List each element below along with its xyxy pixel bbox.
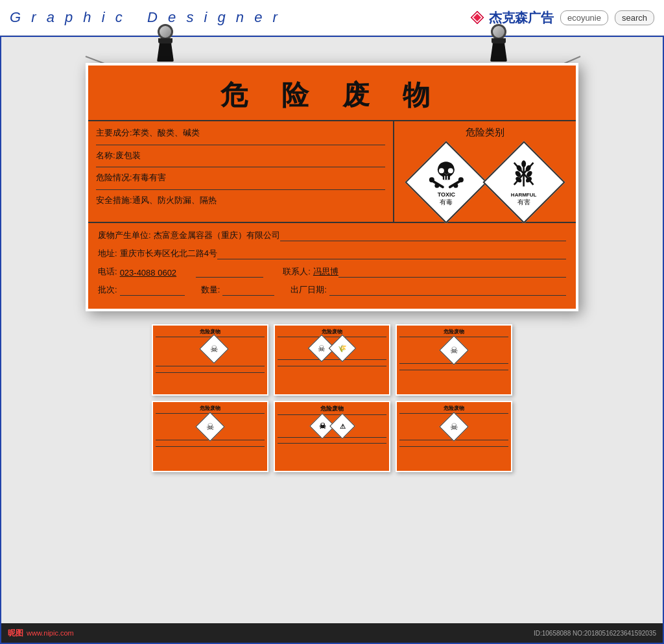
harmful-wheat-icon (508, 158, 540, 189)
thumb-title-5: 危险废物 (278, 405, 386, 415)
svg-point-15 (434, 184, 439, 188)
toxic-label-cn: 有毒 (428, 198, 464, 207)
search-button[interactable]: search (615, 10, 654, 25)
phone-contact-line: 电话: 023-4088 0602 联系人: 冯思博 (98, 266, 566, 278)
poster-bottom: 废物产生单位: 杰富意金属容器（重庆）有限公司 地址: 重庆市长寿区化北二路4号… (88, 223, 576, 309)
address-line: 地址: 重庆市长寿区化北二路4号 (98, 248, 566, 259)
thumbnail-4: 危险废物 ☠ (152, 401, 268, 472)
left-clip (157, 24, 174, 62)
thumbnail-6: 危险废物 ☠ (396, 401, 512, 472)
waste-unit-line: 废物产生单位: 杰富意金属容器（重庆）有限公司 (98, 230, 566, 241)
main-poster: 危 险 废 物 主要成分:苯类、酸类、碱类 名称:废包装 危险情况:有毒有害 (86, 63, 578, 311)
svg-point-18 (521, 160, 526, 167)
graphic-designer-title: G r a p h i c D e s i g n e r (10, 9, 281, 26)
toxic-symbol: TOXIC 有毒 (412, 149, 480, 217)
poster-left-column: 主要成分:苯类、酸类、碱类 名称:废包装 危险情况:有毒有害 安全措施:通风、防… (88, 121, 394, 222)
danger-status-line: 危险情况:有毒有害 (96, 171, 385, 184)
harmful-label-cn: 有害 (508, 198, 540, 207)
batch-quantity-date-line: 批次: 数量: 出厂日期: (98, 284, 566, 296)
thumbnail-2: 危险废物 ☠ 🌾 (274, 324, 390, 396)
right-clip (490, 24, 507, 62)
thumbnail-1: 危险废物 ☠ (152, 324, 268, 396)
skull-crossbones-icon (428, 158, 464, 189)
main-content: 危 险 废 物 主要成分:苯类、酸类、碱类 名称:废包装 危险情况:有毒有害 (0, 36, 664, 644)
toxic-label-en: TOXIC (428, 191, 464, 198)
harmful-symbol: HARMFUL 有害 (490, 149, 558, 217)
svg-rect-8 (442, 176, 449, 180)
ecoyunie-label: ecoyunie (560, 10, 608, 25)
thumbnail-grid: 危险废物 ☠ 危险废物 ☠ (152, 324, 512, 472)
svg-point-13 (429, 177, 434, 182)
brand-logo: 杰克森广告 (469, 9, 554, 27)
thumbnail-5: 危险废物 ☠ ⚠ (274, 401, 390, 472)
header: G r a p h i c D e s i g n e r 杰克森广告 ecoy… (0, 0, 664, 36)
bottom-bar: 昵图 www.nipic.com ID:10658088 NO:20180516… (1, 623, 663, 643)
nipic-url: www.nipic.com (27, 629, 74, 637)
poster-title-row: 危 险 废 物 (88, 66, 576, 121)
thumb-title-2: 危险废物 (278, 328, 386, 337)
image-id: ID:10658088 NO:20180516223641592035 (534, 630, 656, 637)
danger-category-title: 危险类别 (466, 126, 504, 139)
poster-body: 主要成分:苯类、酸类、碱类 名称:废包装 危险情况:有毒有害 安全措施:通风、防… (88, 121, 576, 223)
main-component-line: 主要成分:苯类、酸类、碱类 (96, 126, 385, 139)
poster-title: 危 险 废 物 (220, 80, 443, 110)
nipic-logo: 昵图 (8, 628, 23, 639)
poster-container: 危 险 废 物 主要成分:苯类、酸类、碱类 名称:废包装 危险情况:有毒有害 (86, 63, 578, 311)
logo-diamond-icon (469, 10, 485, 25)
thumb-title-1: 危险废物 (156, 328, 265, 337)
harmful-label-en: HARMFUL (508, 192, 540, 198)
thumbnail-3: 危险废物 ☠ (396, 324, 512, 396)
name-line: 名称:废包装 (96, 149, 385, 162)
hazard-symbols-row: TOXIC 有毒 (412, 149, 558, 217)
safety-line: 安全措施:通风、防火防漏、隔热 (96, 194, 385, 207)
poster-right-column: 危险类别 (394, 121, 576, 222)
